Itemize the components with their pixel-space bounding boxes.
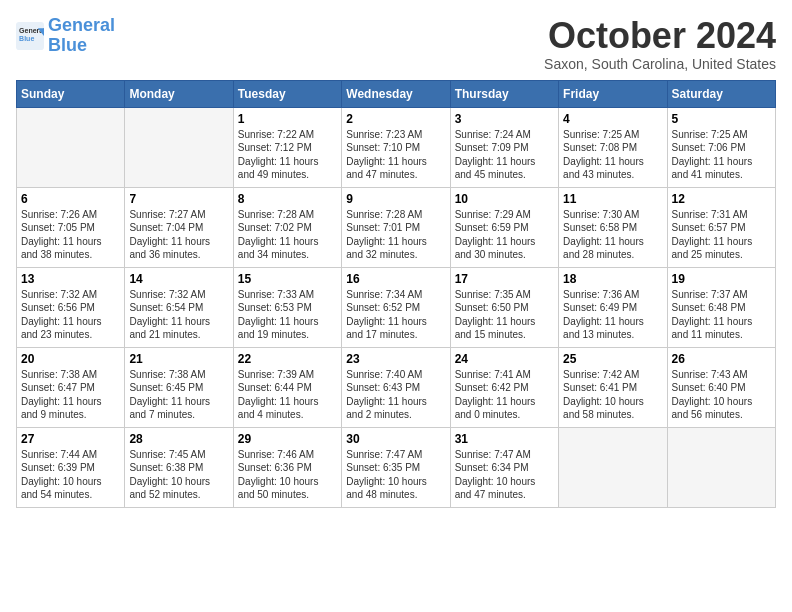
- day-number: 4: [563, 112, 662, 126]
- week-row-3: 13Sunrise: 7:32 AMSunset: 6:56 PMDayligh…: [17, 267, 776, 347]
- day-number: 15: [238, 272, 337, 286]
- day-number: 2: [346, 112, 445, 126]
- day-number: 1: [238, 112, 337, 126]
- cell-info: Sunrise: 7:25 AMSunset: 7:06 PMDaylight:…: [672, 128, 771, 182]
- calendar-cell: 22Sunrise: 7:39 AMSunset: 6:44 PMDayligh…: [233, 347, 341, 427]
- header-friday: Friday: [559, 80, 667, 107]
- cell-info: Sunrise: 7:35 AMSunset: 6:50 PMDaylight:…: [455, 288, 554, 342]
- calendar-cell: 9Sunrise: 7:28 AMSunset: 7:01 PMDaylight…: [342, 187, 450, 267]
- header-saturday: Saturday: [667, 80, 775, 107]
- day-number: 28: [129, 432, 228, 446]
- svg-text:Blue: Blue: [19, 35, 34, 42]
- day-number: 9: [346, 192, 445, 206]
- calendar-cell: 23Sunrise: 7:40 AMSunset: 6:43 PMDayligh…: [342, 347, 450, 427]
- day-number: 23: [346, 352, 445, 366]
- day-number: 7: [129, 192, 228, 206]
- calendar-cell: 26Sunrise: 7:43 AMSunset: 6:40 PMDayligh…: [667, 347, 775, 427]
- calendar-cell: [667, 427, 775, 507]
- day-number: 13: [21, 272, 120, 286]
- cell-info: Sunrise: 7:24 AMSunset: 7:09 PMDaylight:…: [455, 128, 554, 182]
- day-number: 21: [129, 352, 228, 366]
- calendar-cell: [559, 427, 667, 507]
- day-number: 14: [129, 272, 228, 286]
- calendar-cell: 16Sunrise: 7:34 AMSunset: 6:52 PMDayligh…: [342, 267, 450, 347]
- calendar-cell: 2Sunrise: 7:23 AMSunset: 7:10 PMDaylight…: [342, 107, 450, 187]
- calendar-cell: 14Sunrise: 7:32 AMSunset: 6:54 PMDayligh…: [125, 267, 233, 347]
- calendar-cell: 5Sunrise: 7:25 AMSunset: 7:06 PMDaylight…: [667, 107, 775, 187]
- day-number: 10: [455, 192, 554, 206]
- logo-icon: General Blue: [16, 22, 44, 50]
- calendar-cell: 31Sunrise: 7:47 AMSunset: 6:34 PMDayligh…: [450, 427, 558, 507]
- week-row-2: 6Sunrise: 7:26 AMSunset: 7:05 PMDaylight…: [17, 187, 776, 267]
- day-number: 29: [238, 432, 337, 446]
- month-title: October 2024: [544, 16, 776, 56]
- day-number: 27: [21, 432, 120, 446]
- calendar-cell: 11Sunrise: 7:30 AMSunset: 6:58 PMDayligh…: [559, 187, 667, 267]
- header-monday: Monday: [125, 80, 233, 107]
- calendar-cell: 17Sunrise: 7:35 AMSunset: 6:50 PMDayligh…: [450, 267, 558, 347]
- location-subtitle: Saxon, South Carolina, United States: [544, 56, 776, 72]
- calendar-cell: 28Sunrise: 7:45 AMSunset: 6:38 PMDayligh…: [125, 427, 233, 507]
- calendar-table: SundayMondayTuesdayWednesdayThursdayFrid…: [16, 80, 776, 508]
- calendar-header: SundayMondayTuesdayWednesdayThursdayFrid…: [17, 80, 776, 107]
- day-number: 17: [455, 272, 554, 286]
- calendar-cell: 19Sunrise: 7:37 AMSunset: 6:48 PMDayligh…: [667, 267, 775, 347]
- cell-info: Sunrise: 7:32 AMSunset: 6:56 PMDaylight:…: [21, 288, 120, 342]
- week-row-1: 1Sunrise: 7:22 AMSunset: 7:12 PMDaylight…: [17, 107, 776, 187]
- cell-info: Sunrise: 7:37 AMSunset: 6:48 PMDaylight:…: [672, 288, 771, 342]
- day-number: 18: [563, 272, 662, 286]
- calendar-cell: 13Sunrise: 7:32 AMSunset: 6:56 PMDayligh…: [17, 267, 125, 347]
- cell-info: Sunrise: 7:31 AMSunset: 6:57 PMDaylight:…: [672, 208, 771, 262]
- day-number: 31: [455, 432, 554, 446]
- logo-text-blue: Blue: [48, 36, 115, 56]
- day-number: 6: [21, 192, 120, 206]
- header-sunday: Sunday: [17, 80, 125, 107]
- calendar-cell: 25Sunrise: 7:42 AMSunset: 6:41 PMDayligh…: [559, 347, 667, 427]
- calendar-cell: 24Sunrise: 7:41 AMSunset: 6:42 PMDayligh…: [450, 347, 558, 427]
- calendar-cell: 3Sunrise: 7:24 AMSunset: 7:09 PMDaylight…: [450, 107, 558, 187]
- cell-info: Sunrise: 7:36 AMSunset: 6:49 PMDaylight:…: [563, 288, 662, 342]
- logo: General Blue General Blue: [16, 16, 115, 56]
- calendar-cell: 7Sunrise: 7:27 AMSunset: 7:04 PMDaylight…: [125, 187, 233, 267]
- cell-info: Sunrise: 7:47 AMSunset: 6:35 PMDaylight:…: [346, 448, 445, 502]
- calendar-cell: 6Sunrise: 7:26 AMSunset: 7:05 PMDaylight…: [17, 187, 125, 267]
- cell-info: Sunrise: 7:38 AMSunset: 6:47 PMDaylight:…: [21, 368, 120, 422]
- calendar-cell: 10Sunrise: 7:29 AMSunset: 6:59 PMDayligh…: [450, 187, 558, 267]
- cell-info: Sunrise: 7:46 AMSunset: 6:36 PMDaylight:…: [238, 448, 337, 502]
- calendar-cell: 29Sunrise: 7:46 AMSunset: 6:36 PMDayligh…: [233, 427, 341, 507]
- cell-info: Sunrise: 7:28 AMSunset: 7:01 PMDaylight:…: [346, 208, 445, 262]
- cell-info: Sunrise: 7:28 AMSunset: 7:02 PMDaylight:…: [238, 208, 337, 262]
- day-number: 5: [672, 112, 771, 126]
- cell-info: Sunrise: 7:27 AMSunset: 7:04 PMDaylight:…: [129, 208, 228, 262]
- day-number: 19: [672, 272, 771, 286]
- cell-info: Sunrise: 7:25 AMSunset: 7:08 PMDaylight:…: [563, 128, 662, 182]
- cell-info: Sunrise: 7:23 AMSunset: 7:10 PMDaylight:…: [346, 128, 445, 182]
- cell-info: Sunrise: 7:45 AMSunset: 6:38 PMDaylight:…: [129, 448, 228, 502]
- calendar-cell: 30Sunrise: 7:47 AMSunset: 6:35 PMDayligh…: [342, 427, 450, 507]
- calendar-cell: 12Sunrise: 7:31 AMSunset: 6:57 PMDayligh…: [667, 187, 775, 267]
- header-row: SundayMondayTuesdayWednesdayThursdayFrid…: [17, 80, 776, 107]
- calendar-cell: 20Sunrise: 7:38 AMSunset: 6:47 PMDayligh…: [17, 347, 125, 427]
- cell-info: Sunrise: 7:30 AMSunset: 6:58 PMDaylight:…: [563, 208, 662, 262]
- day-number: 3: [455, 112, 554, 126]
- page-header: General Blue General Blue October 2024 S…: [16, 16, 776, 72]
- calendar-cell: [17, 107, 125, 187]
- cell-info: Sunrise: 7:40 AMSunset: 6:43 PMDaylight:…: [346, 368, 445, 422]
- calendar-cell: 1Sunrise: 7:22 AMSunset: 7:12 PMDaylight…: [233, 107, 341, 187]
- header-tuesday: Tuesday: [233, 80, 341, 107]
- calendar-cell: 18Sunrise: 7:36 AMSunset: 6:49 PMDayligh…: [559, 267, 667, 347]
- header-wednesday: Wednesday: [342, 80, 450, 107]
- day-number: 25: [563, 352, 662, 366]
- cell-info: Sunrise: 7:29 AMSunset: 6:59 PMDaylight:…: [455, 208, 554, 262]
- day-number: 26: [672, 352, 771, 366]
- calendar-cell: 8Sunrise: 7:28 AMSunset: 7:02 PMDaylight…: [233, 187, 341, 267]
- cell-info: Sunrise: 7:47 AMSunset: 6:34 PMDaylight:…: [455, 448, 554, 502]
- day-number: 16: [346, 272, 445, 286]
- calendar-cell: 15Sunrise: 7:33 AMSunset: 6:53 PMDayligh…: [233, 267, 341, 347]
- day-number: 11: [563, 192, 662, 206]
- day-number: 30: [346, 432, 445, 446]
- day-number: 24: [455, 352, 554, 366]
- day-number: 12: [672, 192, 771, 206]
- cell-info: Sunrise: 7:42 AMSunset: 6:41 PMDaylight:…: [563, 368, 662, 422]
- logo-text-general: General: [48, 16, 115, 36]
